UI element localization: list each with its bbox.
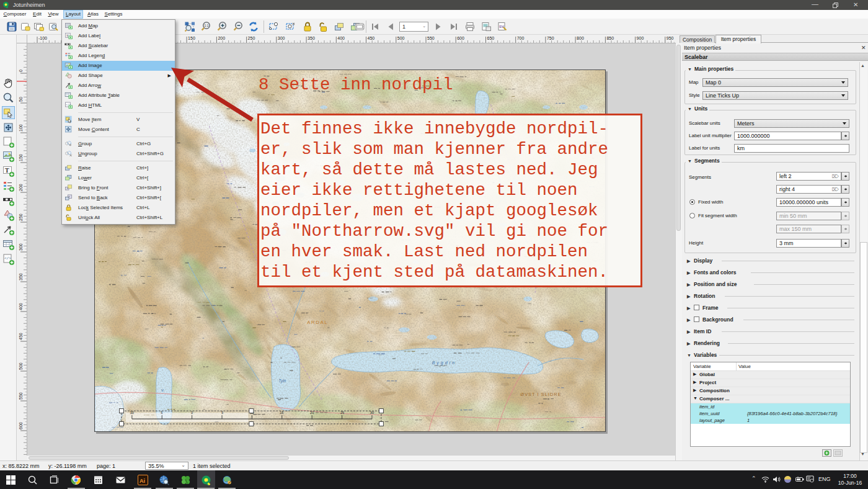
svg-text:600: 600 (457, 36, 464, 40)
svg-text:1:1: 1:1 (205, 24, 209, 27)
svg-text:50: 50 (19, 97, 23, 102)
svg-text:150: 150 (188, 36, 195, 40)
svg-text:30: 30 (370, 411, 374, 415)
svg-text:T: T (66, 34, 69, 38)
svg-text:25: 25 (340, 411, 344, 415)
svg-text:300: 300 (278, 36, 285, 40)
svg-text:900: 900 (637, 36, 644, 40)
svg-text:350: 350 (308, 36, 315, 40)
svg-text:400: 400 (337, 36, 345, 40)
svg-text:700: 700 (517, 36, 525, 40)
svg-text:600: 600 (19, 422, 23, 429)
svg-text:5: 5 (221, 411, 223, 415)
svg-text:450: 450 (19, 333, 23, 340)
svg-text:500: 500 (19, 362, 23, 370)
svg-text:100: 100 (19, 124, 23, 132)
svg-text:T: T (5, 167, 9, 174)
svg-text:550: 550 (19, 392, 23, 400)
svg-text:10: 10 (130, 411, 134, 415)
svg-text:-100: -100 (38, 36, 47, 40)
svg-text:350: 350 (19, 273, 23, 280)
svg-text:5: 5 (161, 411, 162, 415)
svg-text:150: 150 (19, 154, 23, 161)
svg-text:0: 0 (19, 70, 23, 72)
svg-text:250: 250 (19, 213, 23, 221)
svg-text:750: 750 (547, 36, 554, 40)
svg-text:950: 950 (666, 36, 674, 40)
svg-text:850: 850 (606, 36, 614, 40)
svg-text:200: 200 (218, 36, 225, 40)
svg-text:20: 20 (310, 411, 314, 415)
svg-text:Ai: Ai (140, 478, 145, 484)
svg-text:400: 400 (19, 303, 23, 310)
svg-text:250: 250 (248, 36, 255, 40)
svg-text:15: 15 (280, 411, 283, 415)
svg-text:</>: </> (4, 256, 11, 261)
svg-text:650: 650 (487, 36, 495, 40)
svg-text:200: 200 (19, 184, 23, 191)
svg-text:550: 550 (427, 36, 435, 40)
svg-text:500: 500 (397, 36, 405, 40)
svg-text:800: 800 (577, 36, 584, 40)
svg-text:300: 300 (19, 243, 23, 251)
svg-text:0: 0 (191, 411, 193, 415)
svg-text:450: 450 (368, 36, 375, 40)
